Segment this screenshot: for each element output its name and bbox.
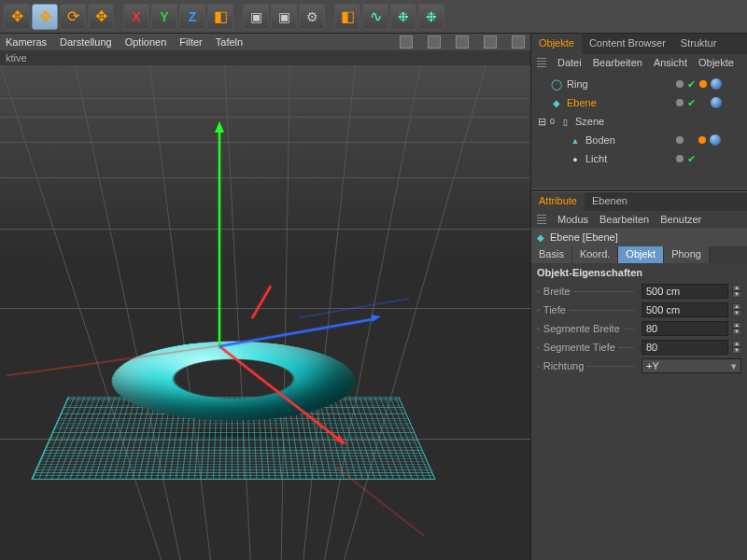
- cube-icon: [214, 7, 228, 25]
- render-settings-button[interactable]: [299, 4, 325, 30]
- prop-row-tiefe: Tiefe 500 cm ▲▼: [531, 301, 747, 319]
- tree-item-label: Szene: [575, 116, 672, 127]
- list-icon[interactable]: [537, 215, 546, 224]
- list-icon[interactable]: [537, 58, 546, 67]
- edit-menu[interactable]: Bearbeiten: [593, 57, 642, 68]
- panels-menu[interactable]: Tafeln: [216, 36, 243, 48]
- attribute-menubar: Modus Bearbeiten Benutzer: [531, 211, 747, 228]
- scale-icon: [95, 7, 107, 25]
- generator-icon: [398, 9, 409, 24]
- seg-width-spinner[interactable]: ▲▼: [732, 322, 741, 335]
- generator-button[interactable]: [390, 4, 416, 30]
- axis-y-button[interactable]: [151, 4, 177, 30]
- layers-icon: [341, 7, 355, 25]
- user-menu[interactable]: Benutzer: [660, 214, 701, 225]
- move-icon: [11, 7, 23, 25]
- viewport-nav-icon[interactable]: [512, 35, 525, 49]
- view-menu[interactable]: Ansicht: [654, 57, 687, 68]
- viewport-3d[interactable]: [0, 65, 530, 560]
- x-axis-icon: [132, 9, 140, 24]
- layers-button[interactable]: [334, 4, 360, 30]
- object-manager-menubar: Datei Bearbeiten Ansicht Objekte: [531, 54, 747, 71]
- tab-structure[interactable]: Struktur: [673, 34, 725, 54]
- tree-item-label: Ebene: [567, 97, 672, 108]
- depth-spinner[interactable]: ▲▼: [732, 303, 741, 316]
- tree-row-boden[interactable]: Boden: [531, 131, 747, 149]
- tab-attribute[interactable]: Attribute: [531, 192, 585, 211]
- options-menu[interactable]: Optionen: [125, 36, 167, 48]
- tab-content-browser[interactable]: Content Browser: [582, 34, 673, 54]
- move-icon: [39, 7, 51, 25]
- width-field[interactable]: 500 cm: [641, 284, 728, 299]
- width-spinner[interactable]: ▲▼: [732, 285, 741, 298]
- floor-icon: [569, 134, 582, 146]
- cameras-menu[interactable]: Kameras: [6, 36, 47, 48]
- render-button-1[interactable]: [243, 4, 269, 30]
- tree-row-ebene[interactable]: Ebene ✔: [531, 93, 747, 112]
- plane-icon: [550, 97, 563, 108]
- axis-z-button[interactable]: [179, 4, 205, 30]
- material-ball-icon[interactable]: [711, 97, 722, 108]
- edit-menu[interactable]: Bearbeiten: [599, 214, 649, 225]
- coord-system-button[interactable]: [207, 4, 233, 30]
- viewport-nav-icon[interactable]: [456, 35, 469, 49]
- spline-button[interactable]: [362, 4, 388, 30]
- tree-row-licht[interactable]: Licht ✔: [531, 149, 747, 168]
- viewport-nav-icon[interactable]: [400, 35, 413, 49]
- prop-label: Segmente Tiefe: [543, 342, 615, 353]
- viewport-panel: Kameras Darstellung Optionen Filter Tafe…: [0, 34, 530, 560]
- filter-menu[interactable]: Filter: [179, 36, 202, 48]
- deformer-icon: [426, 9, 437, 24]
- scale-tool-button[interactable]: [88, 4, 114, 30]
- prop-label: Segmente Breite: [543, 323, 620, 334]
- subtab-basis[interactable]: Basis: [531, 246, 572, 263]
- prop-row-seg-tiefe: Segmente Tiefe 80 ▲▼: [531, 338, 747, 357]
- seg-depth-spinner[interactable]: ▲▼: [732, 341, 741, 354]
- depth-field[interactable]: 500 cm: [641, 302, 728, 317]
- attribute-tabs: Attribute Ebenen: [531, 192, 747, 211]
- tree-row-szene[interactable]: ⊟ 0 Szene: [531, 112, 747, 131]
- move-active-button[interactable]: [32, 4, 58, 30]
- expander-icon[interactable]: ⊟: [537, 116, 546, 128]
- right-panel: Objekte Content Browser Struktur Datei B…: [530, 34, 747, 560]
- tab-objects[interactable]: Objekte: [531, 34, 582, 54]
- light-icon: [569, 153, 582, 164]
- prop-row-richtung: Richtung +Y: [531, 357, 747, 375]
- main-toolbar: [0, 0, 747, 34]
- rotate-icon: [67, 7, 79, 25]
- file-menu[interactable]: Datei: [557, 57, 582, 68]
- torus-object[interactable]: [102, 342, 364, 421]
- tab-ebenen[interactable]: Ebenen: [585, 192, 635, 211]
- object-tree: Ring ✔ Ebene ✔ ⊟ 0 Szene: [531, 71, 747, 172]
- subtab-koord[interactable]: Koord.: [572, 246, 618, 263]
- tree-item-label: Boden: [585, 134, 672, 146]
- prop-label: Tiefe: [543, 304, 566, 315]
- ring-icon: [550, 78, 563, 91]
- spline-icon: [370, 7, 382, 25]
- mode-menu[interactable]: Modus: [557, 214, 588, 225]
- viewport-nav-icon[interactable]: [428, 35, 441, 49]
- subtab-phong[interactable]: Phong: [664, 246, 710, 263]
- seg-width-field[interactable]: 80: [641, 321, 728, 336]
- section-title: Objekt-Eigenschaften: [531, 263, 747, 282]
- seg-depth-field[interactable]: 80: [641, 340, 728, 355]
- axis-x-button[interactable]: [123, 4, 149, 30]
- clapper-icon: [278, 9, 290, 24]
- objects-menu[interactable]: Objekte: [698, 57, 734, 68]
- clapper-icon: [250, 9, 262, 24]
- deformer-button[interactable]: [418, 4, 444, 30]
- viewport-nav-icon[interactable]: [484, 35, 497, 49]
- tree-item-label: Licht: [585, 153, 672, 164]
- direction-dropdown[interactable]: +Y: [641, 358, 741, 373]
- rotate-tool-button[interactable]: [60, 4, 86, 30]
- subtab-objekt[interactable]: Objekt: [618, 246, 664, 263]
- y-axis-icon: [160, 9, 168, 24]
- move-tool-button[interactable]: [4, 4, 30, 30]
- material-ball-icon[interactable]: [710, 134, 721, 146]
- scene-icon: [558, 116, 571, 127]
- display-menu[interactable]: Darstellung: [60, 36, 112, 48]
- tree-row-ring[interactable]: Ring ✔: [531, 75, 747, 93]
- material-ball-icon[interactable]: [711, 78, 722, 90]
- render-button-2[interactable]: [271, 4, 297, 30]
- viewport-menubar: Kameras Darstellung Optionen Filter Tafe…: [0, 34, 530, 50]
